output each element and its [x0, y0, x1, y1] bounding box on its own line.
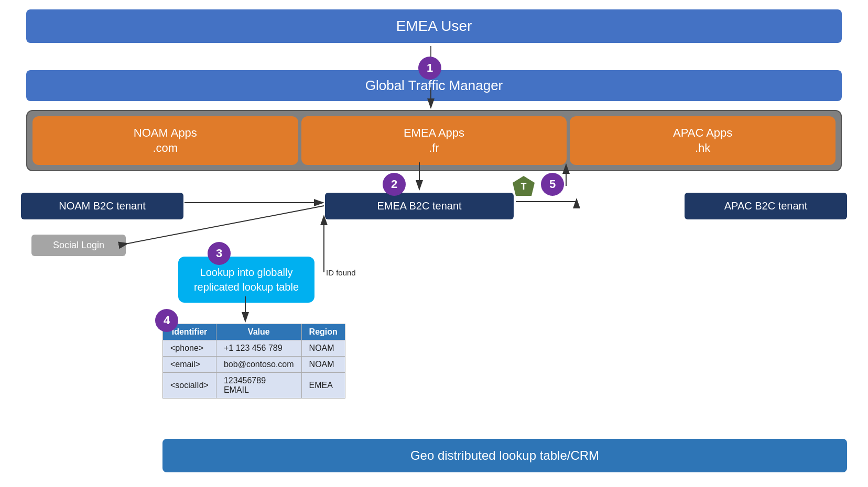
apps-container: NOAM Apps .com EMEA Apps .fr APAC Apps .…: [26, 110, 842, 171]
noam-apps-line2: .com: [153, 141, 178, 154]
emea-b2c-tenant: EMEA B2C tenant: [325, 193, 514, 219]
table-header-region: Region: [301, 324, 345, 340]
svg-text:T: T: [521, 181, 527, 192]
noam-tenant-label: NOAM B2C tenant: [59, 200, 146, 212]
table-row: <phone> +1 123 456 789 NOAM: [163, 340, 345, 357]
lookup-table: Identifier Value Region <phone> +1 123 4…: [162, 324, 345, 399]
step-3-circle: 3: [208, 242, 231, 265]
step-3-label: 3: [216, 247, 222, 260]
step-1-label: 1: [427, 61, 433, 75]
step-1-circle: 1: [418, 57, 441, 80]
table-row: <socialId> 123456789 EMAIL EMEA: [163, 373, 345, 399]
table-row: <email> bob@contoso.com NOAM: [163, 357, 345, 373]
lookup-line1: Lookup into globally: [200, 267, 293, 278]
id-found-label: ID found: [326, 268, 356, 277]
step-4-label: 4: [164, 314, 170, 327]
step-2-label: 2: [391, 178, 397, 191]
cell-region-2: EMEA: [301, 373, 345, 399]
apac-b2c-tenant: APAC B2C tenant: [685, 193, 847, 219]
step-5-circle: 5: [541, 173, 564, 196]
cell-identifier-2: <socialId>: [163, 373, 216, 399]
emea-apps-line2: .fr: [429, 141, 439, 154]
cell-region-0: NOAM: [301, 340, 345, 357]
t-pentagon: T: [512, 175, 536, 199]
social-login-label: Social Login: [53, 240, 104, 250]
geo-bar-label: Geo distributed lookup table/CRM: [410, 448, 599, 462]
emea-user-label: EMEA User: [396, 18, 472, 34]
step-2-circle: 2: [383, 173, 406, 196]
social-login-box: Social Login: [31, 235, 126, 256]
lookup-bubble: Lookup into globally replicated lookup t…: [178, 257, 314, 303]
emea-tenant-label: EMEA B2C tenant: [377, 200, 461, 212]
cell-value-1: bob@contoso.com: [216, 357, 301, 373]
emea-user-bar: EMEA User: [26, 9, 842, 43]
noam-apps-box: NOAM Apps .com: [32, 116, 298, 165]
geo-bar: Geo distributed lookup table/CRM: [162, 439, 847, 472]
emea-apps-line1: EMEA Apps: [404, 126, 464, 139]
step-4-circle: 4: [155, 309, 178, 332]
apac-tenant-label: APAC B2C tenant: [724, 200, 808, 212]
noam-apps-line1: NOAM Apps: [134, 126, 197, 139]
cell-value-0: +1 123 456 789: [216, 340, 301, 357]
cell-identifier-0: <phone>: [163, 340, 216, 357]
table-header-value: Value: [216, 324, 301, 340]
apac-apps-line1: APAC Apps: [673, 126, 732, 139]
apac-apps-box: APAC Apps .hk: [570, 116, 836, 165]
id-found-text: ID found: [326, 268, 356, 277]
step-5-label: 5: [549, 178, 556, 191]
apac-apps-line2: .hk: [695, 141, 710, 154]
cell-value-2: 123456789 EMAIL: [216, 373, 301, 399]
diagram-container: EMEA User 1 Global Traffic Manager NOAM …: [0, 0, 868, 487]
emea-apps-box: EMEA Apps .fr: [301, 116, 567, 165]
lookup-line2: replicated lookup table: [194, 281, 299, 293]
cell-identifier-1: <email>: [163, 357, 216, 373]
gtm-label: Global Traffic Manager: [365, 78, 503, 93]
cell-region-1: NOAM: [301, 357, 345, 373]
noam-b2c-tenant: NOAM B2C tenant: [21, 193, 183, 219]
